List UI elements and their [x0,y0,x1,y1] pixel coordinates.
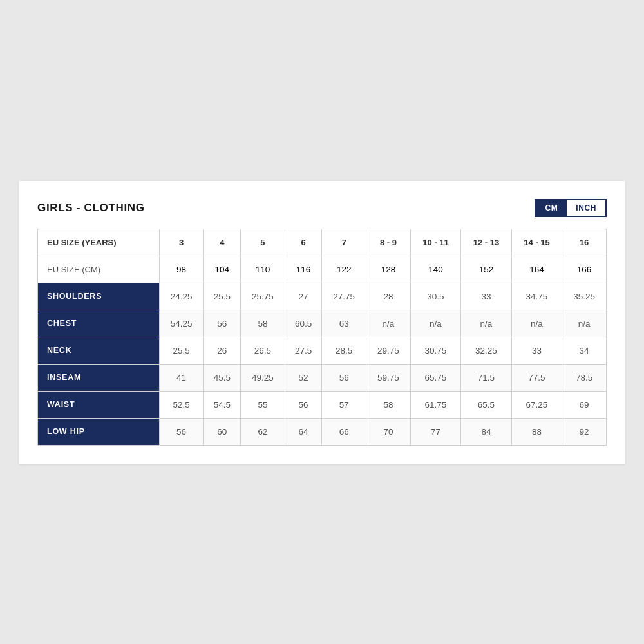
lowhip-14-15: 88 [511,418,562,445]
waist-8-9: 58 [366,391,411,418]
neck-10-11: 30.75 [410,337,460,364]
waist-5: 55 [241,391,285,418]
eu-cm-140: 140 [410,256,460,283]
lowhip-4: 60 [204,418,241,445]
lowhip-5: 62 [241,418,285,445]
shoulders-16: 35.25 [562,283,607,310]
col-header-12-13: 12 - 13 [461,229,511,256]
neck-5: 26.5 [241,337,285,364]
waist-7: 57 [322,391,366,418]
row-label-shoulders: SHOULDERS [38,283,160,310]
lowhip-6: 64 [285,418,322,445]
shoulders-10-11: 30.5 [410,283,460,310]
neck-3: 25.5 [159,337,204,364]
eu-cm-110: 110 [241,256,285,283]
col-header-4: 4 [204,229,241,256]
eu-cm-122: 122 [322,256,366,283]
chest-8-9: n/a [366,310,411,337]
inseam-4: 45.5 [204,364,241,391]
eu-size-cm-label: EU SIZE (CM) [38,256,160,283]
neck-7: 28.5 [322,337,366,364]
shoulders-12-13: 33 [461,283,511,310]
waist-4: 54.5 [204,391,241,418]
shoulders-14-15: 34.75 [511,283,562,310]
column-header-row: EU SIZE (YEARS) 3 4 5 6 7 8 - 9 10 - 11 … [38,229,607,256]
inseam-10-11: 65.75 [410,364,460,391]
chest-16: n/a [562,310,607,337]
waist-3: 52.5 [159,391,204,418]
chest-5: 58 [241,310,285,337]
size-table: EU SIZE (YEARS) 3 4 5 6 7 8 - 9 10 - 11 … [37,229,607,446]
cm-button[interactable]: CM [536,200,567,216]
inseam-7: 56 [322,364,366,391]
table-row: NECK 25.5 26 26.5 27.5 28.5 29.75 30.75 … [38,337,607,364]
col-header-16: 16 [562,229,607,256]
neck-14-15: 33 [511,337,562,364]
eu-cm-166: 166 [562,256,607,283]
waist-10-11: 61.75 [410,391,460,418]
neck-8-9: 29.75 [366,337,411,364]
neck-6: 27.5 [285,337,322,364]
shoulders-7: 27.75 [322,283,366,310]
chest-3: 54.25 [159,310,204,337]
eu-cm-104: 104 [204,256,241,283]
table-row: INSEAM 41 45.5 49.25 52 56 59.75 65.75 7… [38,364,607,391]
lowhip-7: 66 [322,418,366,445]
eu-cm-98: 98 [159,256,204,283]
row-label-low-hip: LOW HIP [38,418,160,445]
col-header-8-9: 8 - 9 [366,229,411,256]
row-label-neck: NECK [38,337,160,364]
eu-cm-152: 152 [461,256,511,283]
row-label-chest: CHEST [38,310,160,337]
inseam-5: 49.25 [241,364,285,391]
card-header: GIRLS - CLOTHING CM INCH [37,199,607,217]
table-row: CHEST 54.25 56 58 60.5 63 n/a n/a n/a n/… [38,310,607,337]
chest-12-13: n/a [461,310,511,337]
eu-cm-128: 128 [366,256,411,283]
col-header-5: 5 [241,229,285,256]
col-header-label: EU SIZE (YEARS) [38,229,160,256]
chest-6: 60.5 [285,310,322,337]
col-header-6: 6 [285,229,322,256]
row-label-waist: WAIST [38,391,160,418]
waist-6: 56 [285,391,322,418]
chest-4: 56 [204,310,241,337]
size-guide-card: GIRLS - CLOTHING CM INCH EU SIZE (YEARS)… [19,181,625,464]
table-row: WAIST 52.5 54.5 55 56 57 58 61.75 65.5 6… [38,391,607,418]
col-header-7: 7 [322,229,366,256]
inseam-3: 41 [159,364,204,391]
chest-10-11: n/a [410,310,460,337]
lowhip-16: 92 [562,418,607,445]
shoulders-4: 25.5 [204,283,241,310]
waist-14-15: 67.25 [511,391,562,418]
neck-12-13: 32.25 [461,337,511,364]
eu-cm-164: 164 [511,256,562,283]
inseam-8-9: 59.75 [366,364,411,391]
lowhip-3: 56 [159,418,204,445]
inch-button[interactable]: INCH [567,200,605,216]
waist-16: 69 [562,391,607,418]
shoulders-8-9: 28 [366,283,411,310]
card-title: GIRLS - CLOTHING [37,202,145,214]
row-label-inseam: INSEAM [38,364,160,391]
lowhip-10-11: 77 [410,418,460,445]
table-row: SHOULDERS 24.25 25.5 25.75 27 27.75 28 3… [38,283,607,310]
col-header-3: 3 [159,229,204,256]
lowhip-8-9: 70 [366,418,411,445]
col-header-10-11: 10 - 11 [410,229,460,256]
chest-14-15: n/a [511,310,562,337]
page-container: GIRLS - CLOTHING CM INCH EU SIZE (YEARS)… [0,0,644,644]
table-row: LOW HIP 56 60 62 64 66 70 77 84 88 92 [38,418,607,445]
chest-7: 63 [322,310,366,337]
inseam-14-15: 77.5 [511,364,562,391]
eu-cm-116: 116 [285,256,322,283]
unit-toggle: CM INCH [535,199,607,217]
shoulders-5: 25.75 [241,283,285,310]
lowhip-12-13: 84 [461,418,511,445]
inseam-16: 78.5 [562,364,607,391]
neck-4: 26 [204,337,241,364]
waist-12-13: 65.5 [461,391,511,418]
eu-size-cm-row: EU SIZE (CM) 98 104 110 116 122 128 140 … [38,256,607,283]
neck-16: 34 [562,337,607,364]
shoulders-3: 24.25 [159,283,204,310]
